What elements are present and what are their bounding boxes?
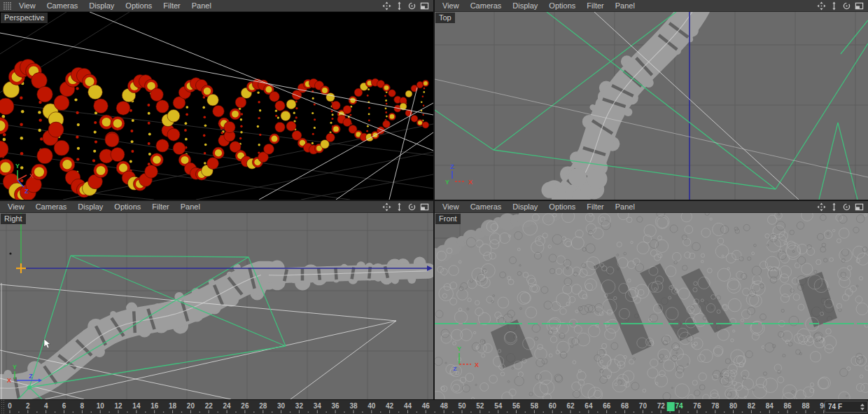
svg-text:84: 84 xyxy=(766,402,774,410)
svg-text:26: 26 xyxy=(241,402,249,410)
viewport-tools xyxy=(817,1,866,11)
zoom-view-icon[interactable] xyxy=(830,1,839,11)
viewport-render: YXZ xyxy=(0,213,433,399)
menu-item-view[interactable]: View xyxy=(2,201,30,212)
svg-text:60: 60 xyxy=(549,402,557,410)
current-frame-field[interactable]: 74 F xyxy=(825,401,868,413)
viewport-grid: View Cameras Display Options Filter Pane… xyxy=(0,0,868,399)
svg-text:80: 80 xyxy=(729,402,738,410)
svg-text:30: 30 xyxy=(277,402,286,410)
axis-label-x: X xyxy=(468,179,472,186)
right-canvas[interactable]: Right YXZ xyxy=(0,213,433,399)
svg-text:66: 66 xyxy=(603,402,611,410)
menu-item-cameras[interactable]: Cameras xyxy=(465,0,507,11)
toggle-layout-icon[interactable] xyxy=(420,1,429,11)
axis-label-x: X xyxy=(7,377,11,384)
zoom-view-icon[interactable] xyxy=(830,202,839,212)
menu-item-filter[interactable]: Filter xyxy=(581,0,609,11)
svg-text:72: 72 xyxy=(657,402,666,410)
top-canvas[interactable]: Top ZYX xyxy=(435,12,868,200)
axis-label-x: X xyxy=(29,172,34,179)
svg-text:82: 82 xyxy=(748,402,756,410)
viewport-label: Perspective xyxy=(1,13,48,23)
rotate-view-icon[interactable] xyxy=(842,202,851,212)
menu-item-display[interactable]: Display xyxy=(72,201,108,212)
svg-text:40: 40 xyxy=(368,402,376,410)
dna-wireframe-mass xyxy=(435,213,868,399)
menu-item-display[interactable]: Display xyxy=(83,0,120,11)
front-canvas[interactable]: Front YXZ xyxy=(435,213,868,399)
svg-text:50: 50 xyxy=(458,402,466,410)
svg-text:76: 76 xyxy=(693,402,701,410)
menu-item-view[interactable]: View xyxy=(437,0,465,11)
svg-text:38: 38 xyxy=(349,402,358,410)
rotate-view-icon[interactable] xyxy=(842,1,851,11)
top-menubar: View Cameras Display Options Filter Pane… xyxy=(435,0,868,12)
ruler-render: 0246810121416182022242628303234363840424… xyxy=(4,400,825,414)
menu-item-options[interactable]: Options xyxy=(543,201,581,212)
zoom-view-icon[interactable] xyxy=(395,1,404,11)
svg-text:36: 36 xyxy=(332,402,340,410)
menu-item-display[interactable]: Display xyxy=(507,0,543,11)
toggle-layout-icon[interactable] xyxy=(855,1,864,11)
front-menubar: View Cameras Display Options Filter Pane… xyxy=(435,201,868,213)
axis-label-z: Z xyxy=(29,373,33,380)
grid-handle-icon[interactable] xyxy=(3,1,12,11)
svg-text:20: 20 xyxy=(187,402,195,410)
menu-item-view[interactable]: View xyxy=(13,0,41,11)
viewport-tools xyxy=(382,202,431,212)
svg-text:42: 42 xyxy=(386,402,394,410)
svg-text:90: 90 xyxy=(820,402,825,410)
menu-item-panel[interactable]: Panel xyxy=(610,201,640,212)
svg-text:70: 70 xyxy=(639,402,648,410)
menu-item-cameras[interactable]: Cameras xyxy=(41,0,84,11)
move-view-icon[interactable] xyxy=(817,202,826,212)
viewport-front: View Cameras Display Options Filter Pane… xyxy=(435,201,868,399)
menu-item-display[interactable]: Display xyxy=(507,201,543,212)
current-frame-marker[interactable] xyxy=(667,402,675,411)
menu-item-panel[interactable]: Panel xyxy=(186,0,217,11)
frame-increment-icon[interactable] xyxy=(860,403,864,406)
zoom-view-icon[interactable] xyxy=(395,202,404,212)
svg-text:56: 56 xyxy=(512,402,521,410)
svg-text:8: 8 xyxy=(80,402,85,410)
frame-stepper[interactable] xyxy=(860,403,864,410)
move-view-icon[interactable] xyxy=(817,1,826,11)
axis-label-y: Y xyxy=(15,163,20,170)
viewport-render: YXZ xyxy=(0,12,433,200)
viewport-perspective: View Cameras Display Options Filter Pane… xyxy=(0,0,433,200)
camera-point xyxy=(27,385,31,389)
menu-item-filter[interactable]: Filter xyxy=(146,201,174,212)
svg-text:0: 0 xyxy=(8,402,12,410)
menu-item-options[interactable]: Options xyxy=(120,0,158,11)
svg-text:68: 68 xyxy=(621,402,629,410)
menu-item-cameras[interactable]: Cameras xyxy=(30,201,73,212)
toggle-layout-icon[interactable] xyxy=(855,202,864,212)
application-window: View Cameras Display Options Filter Pane… xyxy=(0,0,868,414)
perspective-canvas[interactable]: Perspective YXZ xyxy=(0,12,433,200)
svg-text:34: 34 xyxy=(314,402,322,410)
frame-decrement-icon[interactable] xyxy=(860,408,864,410)
rotate-view-icon[interactable] xyxy=(407,202,416,212)
timeline-ruler[interactable]: 0246810121416182022242628303234363840424… xyxy=(4,400,825,414)
svg-text:6: 6 xyxy=(62,402,66,410)
axis-label-y: Y xyxy=(457,345,461,352)
svg-text:32: 32 xyxy=(295,402,304,410)
menu-item-options[interactable]: Options xyxy=(543,0,581,11)
svg-text:18: 18 xyxy=(169,402,177,410)
rotate-view-icon[interactable] xyxy=(407,1,416,11)
svg-text:44: 44 xyxy=(404,402,412,410)
svg-text:62: 62 xyxy=(566,402,575,410)
menu-item-filter[interactable]: Filter xyxy=(158,0,186,11)
move-view-icon[interactable] xyxy=(382,202,391,212)
menu-item-panel[interactable]: Panel xyxy=(610,0,640,11)
menu-item-filter[interactable]: Filter xyxy=(581,201,609,212)
menu-item-cameras[interactable]: Cameras xyxy=(465,201,507,212)
menu-item-panel[interactable]: Panel xyxy=(175,201,206,212)
viewport-tools xyxy=(382,1,431,11)
menu-item-options[interactable]: Options xyxy=(108,201,146,212)
toggle-layout-icon[interactable] xyxy=(420,202,429,212)
menu-item-view[interactable]: View xyxy=(437,201,465,212)
axis-label-z: Z xyxy=(454,366,457,372)
move-view-icon[interactable] xyxy=(382,1,391,11)
